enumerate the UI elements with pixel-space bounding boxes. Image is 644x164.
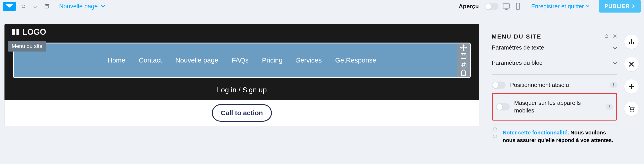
- page-dropdown[interactable]: Nouvelle page: [59, 3, 105, 10]
- redo-button[interactable]: [31, 2, 39, 10]
- logo-icon: [11, 28, 20, 36]
- properties-panel: MENU DU SITE Paramètres de texte Paramèt…: [492, 33, 617, 144]
- chevron-down-icon: [613, 44, 617, 51]
- add-element-button[interactable]: [624, 79, 639, 94]
- save-icon: [460, 52, 467, 60]
- svg-rect-5: [462, 54, 465, 55]
- save-icon: [44, 4, 49, 9]
- save-block-button[interactable]: [460, 52, 467, 60]
- trash-icon: [460, 69, 467, 76]
- absolute-position-toggle[interactable]: [492, 82, 506, 89]
- svg-point-8: [631, 39, 632, 40]
- nav-item-home[interactable]: Home: [108, 56, 126, 64]
- save-and-exit-link[interactable]: Enregistrer et quitter: [531, 3, 589, 10]
- rate-feature-row: ☺☺ Noter cette fonctionnalité. Nous voul…: [492, 129, 617, 144]
- rating-faces-icon: ☺☺: [492, 129, 498, 136]
- info-button[interactable]: i: [610, 82, 617, 88]
- duplicate-block-button[interactable]: [460, 61, 467, 68]
- svg-point-12: [630, 111, 632, 112]
- close-panel-button[interactable]: [613, 34, 617, 40]
- sitemap-icon: [628, 38, 635, 45]
- panel-title: MENU DU SITE: [492, 33, 542, 40]
- desktop-icon: [502, 2, 510, 10]
- block-settings-label: Paramètres du bloc: [492, 59, 542, 66]
- text-settings-label: Paramètres de texte: [492, 44, 544, 51]
- chevron-down-icon: [586, 5, 589, 8]
- publish-button[interactable]: PUBLIER: [599, 0, 641, 12]
- editor-canvas: LOGO Menu du site Home Contact Nouvelle …: [4, 24, 479, 126]
- undo-icon: [21, 4, 26, 9]
- login-signup-bar[interactable]: Log in / Sign up: [11, 80, 472, 100]
- chevron-down-icon: [613, 59, 617, 66]
- publish-label: PUBLIER: [604, 3, 630, 10]
- desktop-view-button[interactable]: [502, 2, 510, 10]
- chevron-down-icon: [101, 5, 105, 8]
- cart-icon: [628, 106, 635, 112]
- info-button[interactable]: i: [606, 104, 613, 110]
- close-icon: [613, 34, 617, 38]
- pin-panel-button[interactable]: [604, 34, 609, 40]
- absolute-position-label: Positionnement absolu: [510, 81, 605, 89]
- save-exit-label: Enregistrer et quitter: [531, 3, 584, 10]
- site-brand[interactable]: LOGO: [11, 27, 472, 37]
- highlighted-option: Masquer sur les appareils mobiles i: [492, 93, 617, 121]
- svg-rect-4: [461, 54, 466, 59]
- svg-rect-7: [462, 63, 466, 67]
- nav-item-faqs[interactable]: FAQs: [232, 56, 248, 64]
- text-settings-section[interactable]: Paramètres de texte: [492, 44, 617, 55]
- undo-button[interactable]: [20, 2, 27, 10]
- close-rail-button[interactable]: [624, 57, 639, 71]
- svg-point-13: [632, 111, 634, 112]
- sitemap-button[interactable]: [624, 34, 639, 49]
- block-tools: [457, 44, 470, 77]
- site-menu-block[interactable]: Home Contact Nouvelle page FAQs Pricing …: [13, 42, 471, 78]
- nav-item-contact[interactable]: Contact: [139, 56, 162, 64]
- cta-label: Call to action: [221, 109, 263, 116]
- right-tool-rail: [622, 34, 640, 116]
- rate-feature-link[interactable]: Noter cette fonctionnalité: [503, 130, 568, 136]
- preview-label: Aperçu: [459, 3, 479, 10]
- ecommerce-button[interactable]: [624, 102, 639, 116]
- rate-text: Noter cette fonctionnalité. Nous voulons…: [503, 129, 617, 144]
- copy-icon: [460, 61, 467, 68]
- mobile-icon: [514, 2, 522, 10]
- move-icon: [460, 44, 467, 52]
- svg-point-9: [629, 43, 630, 44]
- preview-toggle[interactable]: [484, 3, 498, 10]
- svg-rect-2: [503, 4, 510, 8]
- app-logo[interactable]: [3, 2, 16, 11]
- block-settings-section[interactable]: Paramètres du bloc: [492, 55, 617, 70]
- svg-point-10: [631, 43, 632, 44]
- plus-icon: [628, 83, 635, 90]
- nav-item-services[interactable]: Services: [296, 56, 322, 64]
- nav-item-getresponse[interactable]: GetResponse: [335, 56, 376, 64]
- envelope-icon: [6, 4, 13, 9]
- hide-mobile-toggle[interactable]: [496, 103, 510, 110]
- nav-item-pricing[interactable]: Pricing: [262, 56, 282, 64]
- brand-text: LOGO: [22, 27, 46, 37]
- svg-rect-6: [461, 62, 465, 66]
- save-button[interactable]: [43, 2, 50, 10]
- page-dropdown-label: Nouvelle page: [59, 3, 98, 10]
- topbar: Nouvelle page Aperçu Enregistrer et quit…: [0, 0, 644, 12]
- delete-block-button[interactable]: [460, 69, 467, 76]
- nav-item-nouvelle-page[interactable]: Nouvelle page: [175, 56, 218, 64]
- svg-rect-1: [46, 4, 48, 6]
- absolute-position-row: Positionnement absolu i: [492, 79, 617, 92]
- cta-button[interactable]: Call to action: [212, 104, 272, 122]
- close-icon: [628, 61, 635, 68]
- hide-mobile-row: Masquer sur les appareils mobiles i: [496, 96, 613, 117]
- redo-icon: [33, 4, 38, 9]
- cta-section[interactable]: Call to action: [4, 100, 479, 126]
- login-label: Log in / Sign up: [217, 86, 267, 94]
- svg-rect-3: [516, 3, 520, 10]
- hide-mobile-label: Masquer sur les appareils mobiles: [514, 99, 601, 114]
- svg-rect-0: [45, 4, 49, 8]
- chevron-right-icon: [632, 4, 635, 8]
- pin-icon: [604, 34, 609, 39]
- move-block-button[interactable]: [460, 44, 467, 52]
- svg-point-11: [633, 43, 634, 44]
- mobile-view-button[interactable]: [514, 2, 522, 10]
- site-header-section[interactable]: LOGO Menu du site Home Contact Nouvelle …: [4, 24, 479, 100]
- element-tooltip: Menu du site: [8, 41, 46, 52]
